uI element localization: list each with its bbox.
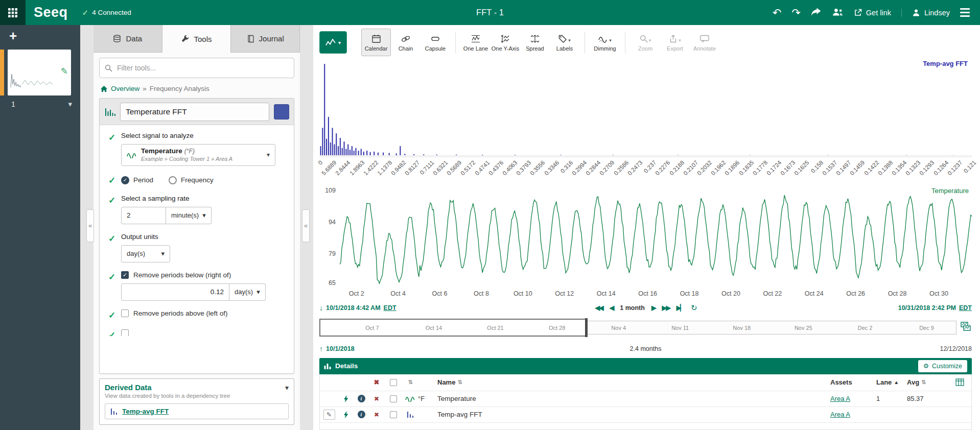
step-to-end-icon[interactable]: ▶▏ <box>676 304 684 312</box>
display-range-end-tz[interactable]: EDT <box>959 304 972 312</box>
sort-name-icon[interactable]: ⇅ <box>457 379 462 386</box>
toolbar-export-button[interactable]: ▾ Export <box>660 29 690 56</box>
step-forward-large-icon[interactable]: ▶▶ <box>662 304 670 312</box>
derived-item-link[interactable]: Temp-avg FFT <box>122 408 169 415</box>
tab-tools[interactable]: Tools <box>162 25 231 53</box>
info-icon[interactable]: i <box>358 395 365 402</box>
investigate-range-start[interactable]: 10/1/2018 <box>326 345 355 352</box>
select-all-checkbox[interactable] <box>390 379 397 386</box>
row-name[interactable]: Temp-avg FFT <box>437 411 482 418</box>
row-asset-link[interactable]: Area A <box>830 411 850 418</box>
checkbox-unchecked-icon[interactable] <box>121 309 129 317</box>
temperature-plot-area[interactable] <box>340 187 973 288</box>
fft-legend[interactable]: Temp-avg FFT <box>923 60 968 67</box>
step-forward-icon[interactable]: ▶ <box>651 304 656 312</box>
header-avg[interactable]: Avg <box>907 378 919 386</box>
period-radio[interactable]: ✓ Period <box>121 176 153 184</box>
capsule-time-toggle-icon[interactable] <box>961 322 971 332</box>
remove-above-checkbox-row[interactable]: Remove periods above (left of) <box>121 309 285 317</box>
sampling-rate-input[interactable] <box>121 207 166 224</box>
investigate-range-duration[interactable]: 2.4 months <box>630 345 662 352</box>
add-worksheet-button[interactable]: + <box>0 25 80 43</box>
connection-status[interactable]: ✓ 4 Connected <box>82 8 131 17</box>
toolbar-dimming-button[interactable]: ▾ Dimming <box>590 29 620 56</box>
row-asset-link[interactable]: Area A <box>830 395 850 402</box>
remove-all-icon[interactable]: ✖ <box>374 378 380 386</box>
tool-name-input[interactable] <box>120 103 269 121</box>
filter-tools-searchbox[interactable] <box>99 58 294 78</box>
checkbox-checked-icon[interactable]: ✓ <box>121 271 129 279</box>
collapse-rail-handle[interactable]: « <box>86 209 94 242</box>
undo-icon[interactable]: ↶ <box>773 7 782 18</box>
header-name[interactable]: Name <box>437 378 455 386</box>
worksheet-chevron-down-icon[interactable]: ▾ <box>68 100 72 109</box>
details-table-row[interactable]: i ✖ °F Temperature Area A 1 85.37 <box>320 391 971 407</box>
tab-journal[interactable]: Journal <box>231 25 300 53</box>
fft-plot-area[interactable] <box>319 59 972 157</box>
derived-item[interactable]: Temp-avg FFT <box>105 403 289 419</box>
row-name[interactable]: Temperature <box>437 395 476 402</box>
chart-type-dropdown[interactable]: ▾ <box>319 31 347 54</box>
display-range-duration[interactable]: 1 month <box>620 304 645 312</box>
range-up-arrow-icon[interactable]: ↑ <box>319 345 323 353</box>
row-checkbox[interactable] <box>390 411 397 418</box>
temperature-x-axis[interactable]: Oct 2Oct 4Oct 6Oct 8Oct 10Oct 12Oct 14Oc… <box>340 288 973 300</box>
customize-button[interactable]: ⚙ Customize <box>918 360 967 372</box>
worksheet-thumbnail[interactable]: ✎ <box>8 50 71 95</box>
temperature-legend[interactable]: Temperature <box>931 187 969 195</box>
redo-icon[interactable]: ↷ <box>791 7 801 18</box>
remove-below-input[interactable] <box>121 283 229 301</box>
navigate-icon[interactable] <box>338 411 354 418</box>
display-range-start[interactable]: 10/1/2018 4:42 AM <box>326 304 381 312</box>
toolbar-labels-button[interactable]: ▾ Labels <box>550 29 579 56</box>
output-units-select[interactable]: day(s) ▾ <box>121 245 170 262</box>
investigate-range-end[interactable]: 12/12/2018 <box>940 345 972 352</box>
remove-icon[interactable]: ✖ <box>374 411 379 418</box>
toolbar-one-y-axis-button[interactable]: One Y-Axis <box>491 29 520 56</box>
derived-chevron-icon[interactable]: ▾ <box>285 384 289 392</box>
clipped-checkbox-row[interactable] <box>121 329 285 336</box>
toolbar-zoom-button[interactable]: ▾ Zoom <box>631 29 660 56</box>
info-icon[interactable]: i <box>358 411 365 418</box>
temperature-y-axis[interactable]: 109947965 <box>319 187 340 288</box>
range-start-arrow-icon[interactable]: ↓ <box>319 304 323 312</box>
details-table-row[interactable]: ✎ i ✖ Temp-avg FFT Area A <box>320 407 971 423</box>
sort-avg-icon[interactable]: ⇅ <box>921 379 926 386</box>
share-icon[interactable] <box>811 8 822 18</box>
toolbar-capsule-button[interactable]: Capsule <box>421 29 450 56</box>
home-icon[interactable] <box>100 85 108 92</box>
toolbar-calendar-button[interactable]: Calendar <box>361 29 391 56</box>
signal-select-dropdown[interactable]: Temperature(°F) Example » Cooling Tower … <box>121 144 275 166</box>
sort-type-icon[interactable]: ⇅ <box>408 379 412 386</box>
temperature-chart[interactable]: 109947965 Temperature <box>319 187 973 288</box>
checkbox-unchecked-icon[interactable] <box>121 329 129 336</box>
tab-data[interactable]: Data <box>94 25 162 53</box>
toolbar-chain-button[interactable]: Chain <box>391 29 421 56</box>
auto-update-icon[interactable]: ↻ <box>691 303 696 313</box>
display-range-end[interactable]: 10/31/2018 2:42 PM <box>898 304 956 312</box>
edit-icon[interactable]: ✎ <box>323 410 335 420</box>
header-lane[interactable]: Lane <box>876 378 892 386</box>
series-color-swatch[interactable] <box>274 104 289 120</box>
column-chooser-icon[interactable] <box>955 378 964 386</box>
header-assets[interactable]: Assets <box>830 378 852 386</box>
toolbar-spread-button[interactable]: Spread <box>520 29 550 56</box>
get-link-button[interactable]: Get link <box>854 9 891 17</box>
breadcrumb-overview-link[interactable]: Overview <box>111 85 139 92</box>
remove-below-checkbox-row[interactable]: ✓ Remove periods below (right of) <box>121 271 285 279</box>
remove-below-unit-select[interactable]: day(s) ▾ <box>229 283 266 301</box>
frequency-radio[interactable]: Frequency <box>169 176 214 184</box>
toolbar-one-lane-button[interactable]: One Lane <box>461 29 491 56</box>
fft-chart[interactable]: Temp-avg FFT <box>319 59 972 157</box>
step-back-large-icon[interactable]: ◀◀ <box>595 304 602 312</box>
collapse-tools-handle[interactable]: « <box>302 209 310 242</box>
navigate-icon[interactable] <box>338 395 354 402</box>
sort-lane-asc-icon[interactable]: ▲ <box>894 379 899 385</box>
row-checkbox[interactable] <box>390 395 397 402</box>
sampling-unit-select[interactable]: minute(s) ▾ <box>166 207 212 224</box>
hamburger-menu-icon[interactable] <box>960 8 970 17</box>
app-grid-button[interactable] <box>0 0 26 25</box>
display-range-start-tz[interactable]: EDT <box>384 304 396 312</box>
remove-icon[interactable]: ✖ <box>374 395 379 402</box>
users-icon[interactable] <box>832 8 844 18</box>
